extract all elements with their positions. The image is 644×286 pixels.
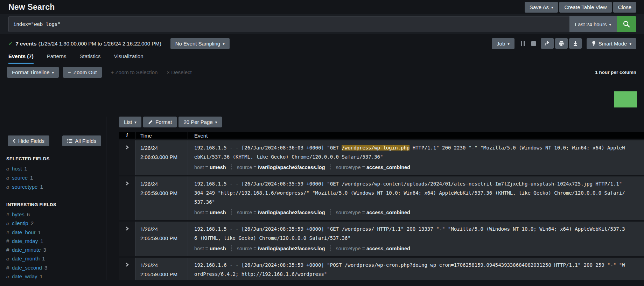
hide-fields-label: Hide Fields [18, 138, 44, 144]
search-input[interactable]: index="web_logs" [8, 16, 569, 32]
tab-statistics[interactable]: Statistics [80, 53, 101, 64]
tab-patterns[interactable]: Patterns [47, 53, 66, 64]
field-name-link[interactable]: date_second [12, 265, 42, 271]
format-button[interactable]: Format [143, 117, 177, 127]
field-count: 1 [40, 184, 43, 190]
event-raw-text[interactable]: 192.168.1.5 - - [26/Jan/2024:08:35:59 +0… [194, 224, 628, 243]
event-field-sourcetype[interactable]: sourcetype = access_combined [336, 210, 410, 215]
close-label: Close [618, 4, 631, 10]
field-name-link[interactable]: date_wday [12, 273, 37, 279]
time-range-picker[interactable]: Last 24 hours ▾ [569, 16, 617, 32]
field-count: 3 [44, 265, 47, 271]
field-name-link[interactable]: date_mday [12, 238, 38, 244]
event-raw-text[interactable]: 192.168.1.5 - - [26/Jan/2024:08:35:59 +0… [194, 179, 628, 207]
event-field-host[interactable]: host = umesh [194, 165, 226, 170]
event-field-host[interactable]: host = umesh [194, 210, 226, 215]
create-table-view-button[interactable]: Create Table View [559, 2, 611, 13]
field-count: 1 [30, 175, 33, 181]
event-time-cell[interactable]: 1/26/24 2:05:59.000 PM [135, 258, 188, 280]
field-type-icon: # [6, 228, 12, 237]
event-time-cell[interactable]: 1/26/24 2:05:59.000 PM [135, 176, 188, 220]
event-field-sourcetype[interactable]: sourcetype = access_combined [336, 246, 410, 251]
pause-job-button[interactable] [521, 41, 525, 46]
field-separator [231, 209, 232, 215]
raw-text-segment[interactable]: 192.168.1.5 - - [26/Jan/2024:08:36:03 +0… [194, 145, 342, 151]
field-name-link[interactable]: date_hour [12, 229, 36, 235]
field-item[interactable]: #date_second3 [6, 263, 101, 272]
field-item[interactable]: adate_wday1 [6, 272, 101, 280]
export-download-button[interactable] [569, 38, 582, 49]
event-time-cell[interactable]: 1/26/24 2:06:03.000 PM [135, 140, 188, 175]
field-item[interactable]: #date_minute3 [6, 245, 101, 254]
save-as-button[interactable]: Save As ▾ [525, 2, 558, 13]
search-query-text[interactable]: index="web_logs" [13, 21, 61, 27]
field-name-link[interactable]: sourcetype [12, 184, 37, 190]
events-table-body: 1/26/24 2:06:03.000 PM 192.168.1.5 - - [… [119, 139, 644, 280]
event-expand-button[interactable] [119, 258, 135, 280]
raw-text-segment[interactable]: 192.168.1.5 - - [26/Jan/2024:08:35:59 +0… [194, 226, 625, 241]
column-header-event[interactable]: Event [188, 132, 644, 139]
field-count: 3 [43, 247, 46, 253]
per-page-button[interactable]: 20 Per Page ▾ [178, 117, 222, 127]
event-field-host[interactable]: host = umesh [194, 246, 226, 251]
tab-events[interactable]: Events (7) [8, 53, 34, 64]
field-name-link[interactable]: clientip [12, 220, 28, 226]
field-item[interactable]: asource1 [6, 173, 101, 182]
field-name-link[interactable]: date_minute [12, 247, 41, 253]
format-timeline-button[interactable]: Format Timeline ▾ [7, 67, 59, 78]
field-name-link[interactable]: host [12, 166, 22, 172]
caret-down-icon: ▾ [507, 42, 510, 46]
close-button[interactable]: Close [613, 2, 636, 13]
list-view-button[interactable]: List ▾ [119, 117, 141, 127]
field-item[interactable]: #date_mday1 [6, 237, 101, 245]
event-field-source[interactable]: source = /var/log/apache2/access.log [237, 165, 325, 170]
event-sampling-button[interactable]: No Event Sampling ▾ [170, 38, 230, 49]
field-name-link[interactable]: date_month [12, 256, 40, 261]
raw-text-segment[interactable]: 192.168.1.5 - - [26/Jan/2024:08:35:59 +0… [194, 181, 625, 205]
search-band: index="web_logs" Last 24 hours ▾ [0, 14, 644, 34]
field-item[interactable]: #bytes6 [6, 210, 101, 219]
timeline-section: Format Timeline ▾ − Zoom Out + Zoom to S… [0, 64, 644, 112]
app-header: New Search Save As ▾ Create Table View C… [0, 0, 644, 14]
field-name-link[interactable]: bytes [12, 211, 24, 217]
event-raw-text[interactable]: 192.168.1.5 - - [26/Jan/2024:08:36:03 +0… [194, 143, 628, 161]
field-name-link[interactable]: source [12, 175, 28, 181]
field-item[interactable]: adate_month1 [6, 254, 101, 263]
event-field-sourcetype[interactable]: sourcetype = access_combined [336, 165, 410, 170]
time-range-label: Last 24 hours [575, 21, 607, 27]
pencil-icon [148, 120, 153, 125]
raw-text-segment[interactable]: 192.168.1.6 - - [26/Jan/2024:08:35:59 +0… [194, 262, 625, 277]
field-item[interactable]: asourcetype1 [6, 182, 101, 191]
field-item[interactable]: ahost1 [6, 164, 101, 173]
format-timeline-label: Format Timeline [12, 69, 50, 75]
event-cell: 192.168.1.5 - - [26/Jan/2024:08:36:03 +0… [188, 140, 644, 175]
event-expand-button[interactable] [119, 176, 135, 220]
event-count: 7 events [16, 41, 37, 47]
print-button[interactable] [555, 38, 568, 49]
event-expand-button[interactable] [119, 222, 135, 256]
column-header-time[interactable]: Time [135, 132, 188, 139]
all-fields-button[interactable]: All Fields [62, 135, 101, 146]
highlighted-term[interactable]: /wordpress/wp-login.php [342, 145, 410, 151]
zoom-out-label: Zoom Out [74, 69, 97, 75]
event-expand-button[interactable] [119, 140, 135, 175]
event-time-cell[interactable]: 1/26/24 2:05:59.000 PM [135, 222, 188, 256]
event-field-source[interactable]: source = /var/log/apache2/access.log [237, 210, 325, 215]
job-menu-button[interactable]: Job ▾ [492, 38, 514, 49]
event-field-source[interactable]: source = /var/log/apache2/access.log [237, 246, 325, 251]
hide-fields-button[interactable]: Hide Fields [8, 135, 49, 146]
field-item[interactable]: #date_hour1 [6, 228, 101, 237]
all-fields-label: All Fields [75, 138, 96, 144]
event-raw-text[interactable]: 192.168.1.6 - - [26/Jan/2024:08:35:59 +0… [194, 260, 628, 279]
search-mode-label: Smart Mode [598, 41, 627, 47]
tab-visualization[interactable]: Visualization [114, 53, 144, 64]
share-job-button[interactable] [541, 38, 554, 49]
search-mode-button[interactable]: Smart Mode ▾ [587, 38, 636, 49]
column-header-info[interactable]: i [119, 132, 135, 139]
search-button[interactable] [617, 16, 636, 32]
field-item[interactable]: aclientip2 [6, 219, 101, 228]
events-pane: List ▾ Format 20 Per Page ▾ i Time Event [106, 117, 644, 280]
timeline-histogram-bar[interactable] [614, 91, 637, 107]
stop-job-button[interactable] [531, 41, 536, 46]
zoom-out-button[interactable]: − Zoom Out [63, 67, 102, 78]
